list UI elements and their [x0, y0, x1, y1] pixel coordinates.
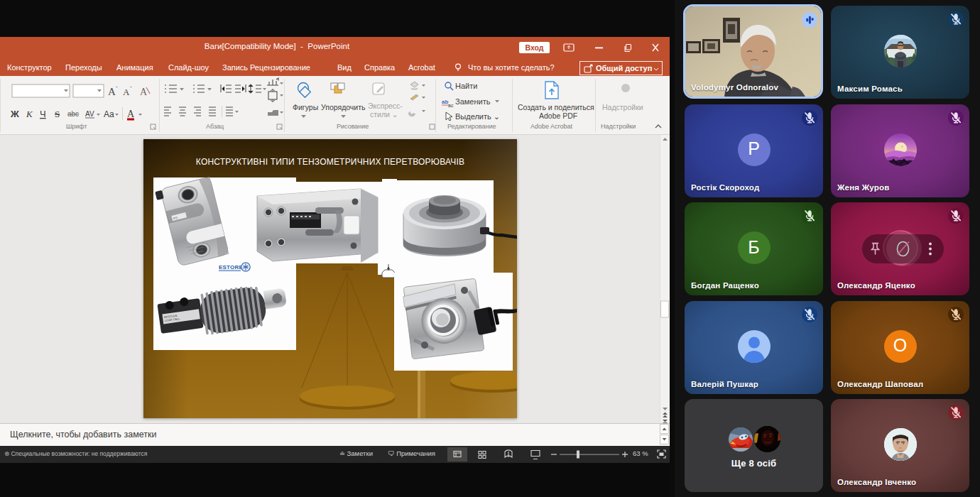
svg-text:К: К: [26, 109, 33, 119]
svg-text:Рисование: Рисование: [337, 123, 369, 130]
svg-text:Выделить ⌄: Выделить ⌄: [455, 112, 500, 121]
svg-text:A: A: [127, 109, 135, 119]
svg-text:AV: AV: [85, 110, 94, 118]
svg-text:Создать и поделиться: Создать и поделиться: [518, 103, 594, 111]
svg-text:Абзац: Абзац: [206, 123, 224, 130]
svg-text:A: A: [123, 87, 130, 97]
svg-text:Надстройки: Надстройки: [602, 103, 643, 111]
svg-text:Aa: Aa: [104, 109, 114, 119]
svg-text:abc: abc: [67, 110, 79, 118]
svg-text:A: A: [108, 86, 116, 97]
svg-text:Редактирование: Редактирование: [447, 123, 496, 130]
svg-text:Ж: Ж: [10, 109, 19, 119]
svg-text:ac: ac: [448, 103, 454, 108]
svg-text:стили ⌄: стили ⌄: [370, 110, 398, 119]
svg-text:Упорядочить: Упорядочить: [321, 103, 366, 111]
svg-text:ESTORE: ESTORE: [219, 264, 243, 271]
svg-text:Надстройки: Надстройки: [601, 123, 636, 130]
svg-text:S: S: [55, 109, 60, 119]
svg-text:Шрифт: Шрифт: [66, 123, 87, 130]
svg-text:Ч: Ч: [40, 109, 46, 119]
svg-text:Заменить: Заменить: [455, 97, 491, 106]
svg-text:ˇ: ˇ: [130, 85, 132, 92]
svg-text:Фигуры: Фигуры: [293, 103, 318, 111]
svg-text:Найти: Найти: [455, 82, 477, 90]
svg-text:ˆ: ˆ: [116, 85, 118, 92]
svg-text:КОНСТРУКТИВНІ ТИПИ ТЕНЗОМЕТРИЧ: КОНСТРУКТИВНІ ТИПИ ТЕНЗОМЕТРИЧНИХ ПЕРЕТВ…: [196, 157, 464, 167]
svg-text:Adobe Acrobat: Adobe Acrobat: [530, 123, 573, 130]
svg-text:Экспресс-: Экспресс-: [368, 102, 403, 110]
svg-text:Adobe PDF: Adobe PDF: [539, 111, 577, 120]
